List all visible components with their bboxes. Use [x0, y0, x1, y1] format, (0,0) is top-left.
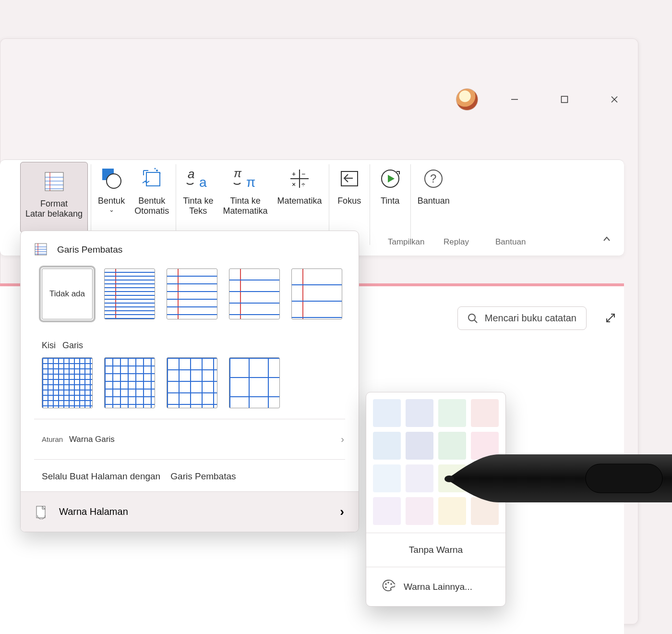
svg-text:a: a [199, 175, 207, 190]
maximize-button[interactable] [551, 90, 578, 109]
ribbon-format-background[interactable]: Format Latar belakang [20, 162, 88, 233]
group-bantuan: Bantuan [495, 237, 526, 247]
thumb-ruled-dense[interactable] [104, 268, 155, 319]
help-icon: ? [420, 165, 447, 192]
svg-text:×: × [292, 181, 296, 188]
color-swatch[interactable] [373, 497, 401, 525]
search-label: Mencari buku catatan [485, 313, 576, 324]
chevron-right-icon: › [341, 434, 344, 445]
ribbon-ink-replay[interactable]: Tinta [372, 159, 408, 227]
thumb-ruled-wide[interactable] [229, 268, 280, 319]
rb-label-2: Latar belakang [25, 209, 83, 219]
thumb-grid-dense[interactable] [42, 357, 93, 408]
color-swatch[interactable] [406, 432, 433, 460]
rb-label: Tinta ke [183, 196, 213, 206]
rule-line-color-row[interactable]: Aturan Warna Garis › [21, 421, 359, 457]
no-color-row[interactable]: Tanpa Warna [373, 533, 499, 567]
svg-text:π: π [246, 175, 255, 190]
rule-lines-row: Tidak ada [21, 264, 359, 328]
ribbon-auto-shapes[interactable]: Bentuk Otomatis [130, 159, 174, 227]
svg-line-32 [474, 320, 477, 323]
ribbon-focus[interactable]: Fokus [331, 159, 368, 227]
color-swatch[interactable] [373, 399, 401, 427]
ribbon-math[interactable]: +− ×÷ Matematika [273, 159, 327, 227]
svg-text:?: ? [430, 172, 436, 185]
more-colors-row[interactable]: Warna Lainnya... [373, 567, 499, 606]
svg-text:÷: ÷ [301, 181, 305, 188]
ink-to-text-icon: a a [185, 165, 212, 192]
color-swatch[interactable] [373, 432, 401, 460]
group-replay: Replay [444, 237, 469, 247]
group-tampilkan: Tampilkan [388, 237, 425, 247]
ink-to-math-icon: π π [232, 165, 259, 192]
ruled-page-icon [41, 168, 68, 195]
page-color-icon [34, 505, 48, 519]
rb-label-2: Otomatis [134, 206, 169, 216]
minimize-button[interactable] [501, 90, 528, 109]
rb-label: Matematika [277, 196, 322, 206]
color-swatch[interactable] [471, 432, 499, 460]
thumb-grid-vwide[interactable] [229, 357, 280, 408]
thumb-ruled-vwide[interactable] [291, 268, 342, 319]
svg-text:−: − [301, 170, 305, 178]
svg-rect-1 [562, 97, 568, 103]
window-controls [456, 88, 628, 110]
svg-text:π: π [234, 167, 242, 180]
svg-rect-4 [45, 172, 63, 191]
color-swatch[interactable] [438, 497, 466, 525]
svg-point-42 [390, 583, 392, 585]
svg-rect-12 [146, 172, 160, 186]
search-notebook[interactable]: Mencari buku catatan [457, 306, 587, 330]
color-swatch[interactable] [406, 464, 433, 492]
background-format-popup: Garis Pembatas Tidak ada Kisi Garis Atur… [20, 231, 359, 532]
rb-label: Tinta [381, 196, 399, 206]
color-swatch[interactable] [471, 497, 499, 525]
replay-icon [377, 165, 404, 192]
color-swatch[interactable] [438, 399, 466, 427]
ribbon-shapes[interactable]: Bentuk ⌄ [93, 159, 130, 227]
color-swatch[interactable] [471, 399, 499, 427]
always-create-ruled-row[interactable]: Selalu Buat Halaman dengan Garis Pembata… [21, 462, 359, 491]
thumb-none[interactable]: Tidak ada [42, 268, 93, 319]
popup-title: Garis Pembatas [57, 244, 122, 255]
rb-label: Tinta ke [230, 196, 260, 206]
expand-page-button[interactable] [600, 307, 621, 329]
focus-icon [336, 165, 363, 192]
svg-text:a: a [188, 167, 194, 181]
ruled-page-icon [34, 243, 48, 257]
close-button[interactable] [601, 90, 628, 109]
color-swatch[interactable] [438, 432, 466, 460]
rb-label: Bentuk [98, 196, 125, 206]
rb-label-2: Matematika [223, 206, 268, 216]
rb-label-2: Teks [189, 206, 207, 216]
ribbon-ink-to-text[interactable]: a a Tinta ke Teks [178, 159, 218, 227]
account-avatar[interactable] [456, 88, 478, 110]
thumb-grid-wide[interactable] [167, 357, 217, 408]
thumb-grid-med[interactable] [104, 357, 155, 408]
svg-point-31 [468, 314, 475, 321]
auto-shapes-icon [138, 165, 165, 192]
svg-point-40 [385, 583, 386, 585]
color-swatch[interactable] [406, 497, 433, 525]
color-swatch[interactable] [406, 399, 433, 427]
svg-point-43 [385, 586, 386, 588]
ribbon-collapse-button[interactable] [600, 232, 613, 246]
math-icon: +− ×÷ [286, 165, 313, 192]
thumb-ruled-med[interactable] [167, 268, 217, 319]
ribbon-help[interactable]: ? Bantuan [413, 159, 455, 227]
svg-point-11 [107, 174, 121, 188]
color-swatch[interactable] [373, 464, 401, 492]
rb-label: Bantuan [418, 196, 450, 206]
page-color-flyout: Tanpa Warna Warna Lainnya... [366, 392, 506, 607]
app-window: ert Cu Format Latar belakang [0, 38, 638, 624]
grid-section-label: Kisi Garis [21, 328, 359, 353]
rb-label: Bentuk [138, 196, 165, 206]
page-color-row[interactable]: Warna Halaman › [21, 491, 359, 532]
chevron-right-icon: › [340, 504, 344, 519]
color-swatch[interactable] [438, 464, 466, 492]
color-swatch-grid [373, 399, 499, 525]
ribbon-ink-to-math[interactable]: π π Tinta ke Matematika [218, 159, 273, 227]
color-swatch[interactable] [471, 464, 499, 492]
rb-label: Fokus [337, 196, 361, 206]
svg-point-15 [155, 168, 156, 170]
